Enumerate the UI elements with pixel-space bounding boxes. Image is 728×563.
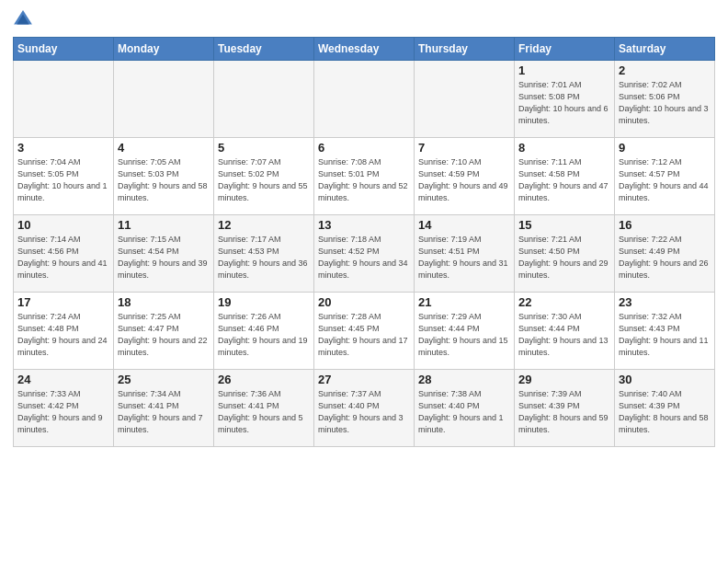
calendar-week-row: 3Sunrise: 7:04 AM Sunset: 5:05 PM Daylig… xyxy=(14,138,715,215)
weekday-row: SundayMondayTuesdayWednesdayThursdayFrid… xyxy=(14,38,715,61)
day-info: Sunrise: 7:07 AM Sunset: 5:02 PM Dayligh… xyxy=(218,156,310,204)
header xyxy=(13,9,715,29)
main-container: SundayMondayTuesdayWednesdayThursdayFrid… xyxy=(0,0,728,454)
day-info: Sunrise: 7:08 AM Sunset: 5:01 PM Dayligh… xyxy=(318,156,410,204)
calendar-cell: 2Sunrise: 7:02 AM Sunset: 5:06 PM Daylig… xyxy=(615,61,715,138)
calendar-cell: 14Sunrise: 7:19 AM Sunset: 4:51 PM Dayli… xyxy=(415,215,515,293)
day-info: Sunrise: 7:33 AM Sunset: 4:42 PM Dayligh… xyxy=(17,388,109,436)
day-info: Sunrise: 7:05 AM Sunset: 5:03 PM Dayligh… xyxy=(118,156,210,204)
day-info: Sunrise: 7:17 AM Sunset: 4:53 PM Dayligh… xyxy=(218,234,310,282)
weekday-header: Saturday xyxy=(615,38,715,61)
calendar-body: 1Sunrise: 7:01 AM Sunset: 5:08 PM Daylig… xyxy=(14,61,715,447)
day-info: Sunrise: 7:39 AM Sunset: 4:39 PM Dayligh… xyxy=(518,388,610,436)
day-info: Sunrise: 7:37 AM Sunset: 4:40 PM Dayligh… xyxy=(318,388,410,436)
calendar-cell: 30Sunrise: 7:40 AM Sunset: 4:39 PM Dayli… xyxy=(615,370,715,447)
calendar-cell: 1Sunrise: 7:01 AM Sunset: 5:08 PM Daylig… xyxy=(515,61,615,138)
day-info: Sunrise: 7:18 AM Sunset: 4:52 PM Dayligh… xyxy=(318,234,410,282)
logo xyxy=(13,9,37,29)
day-info: Sunrise: 7:12 AM Sunset: 4:57 PM Dayligh… xyxy=(619,156,711,204)
day-info: Sunrise: 7:30 AM Sunset: 4:44 PM Dayligh… xyxy=(518,311,610,359)
day-number: 4 xyxy=(118,141,210,155)
day-info: Sunrise: 7:36 AM Sunset: 4:41 PM Dayligh… xyxy=(218,388,310,436)
calendar-cell: 3Sunrise: 7:04 AM Sunset: 5:05 PM Daylig… xyxy=(14,138,114,215)
day-number: 21 xyxy=(418,295,510,309)
day-number: 6 xyxy=(318,141,410,155)
day-info: Sunrise: 7:19 AM Sunset: 4:51 PM Dayligh… xyxy=(418,234,510,282)
calendar-cell: 21Sunrise: 7:29 AM Sunset: 4:44 PM Dayli… xyxy=(415,293,515,370)
calendar-header: SundayMondayTuesdayWednesdayThursdayFrid… xyxy=(14,38,715,61)
day-number: 23 xyxy=(619,295,711,309)
day-number: 5 xyxy=(218,141,310,155)
day-number: 15 xyxy=(518,218,610,232)
calendar-table: SundayMondayTuesdayWednesdayThursdayFrid… xyxy=(13,37,715,447)
day-number: 27 xyxy=(318,373,410,386)
day-info: Sunrise: 7:10 AM Sunset: 4:59 PM Dayligh… xyxy=(418,156,510,204)
day-number: 13 xyxy=(318,218,410,232)
calendar-cell: 16Sunrise: 7:22 AM Sunset: 4:49 PM Dayli… xyxy=(615,215,715,293)
calendar-week-row: 24Sunrise: 7:33 AM Sunset: 4:42 PM Dayli… xyxy=(14,370,715,447)
day-number: 3 xyxy=(17,141,109,155)
day-info: Sunrise: 7:28 AM Sunset: 4:45 PM Dayligh… xyxy=(318,311,410,359)
calendar-cell: 18Sunrise: 7:25 AM Sunset: 4:47 PM Dayli… xyxy=(114,293,214,370)
calendar-cell: 11Sunrise: 7:15 AM Sunset: 4:54 PM Dayli… xyxy=(114,215,214,293)
calendar-cell xyxy=(114,61,214,138)
day-number: 30 xyxy=(619,373,711,386)
weekday-header: Sunday xyxy=(14,38,114,61)
calendar-week-row: 1Sunrise: 7:01 AM Sunset: 5:08 PM Daylig… xyxy=(14,61,715,138)
day-number: 25 xyxy=(118,373,210,386)
day-number: 2 xyxy=(619,63,711,77)
day-info: Sunrise: 7:11 AM Sunset: 4:58 PM Dayligh… xyxy=(518,156,610,204)
calendar-cell xyxy=(314,61,415,138)
calendar-cell: 23Sunrise: 7:32 AM Sunset: 4:43 PM Dayli… xyxy=(615,293,715,370)
day-number: 14 xyxy=(418,218,510,232)
day-number: 22 xyxy=(518,295,610,309)
day-number: 26 xyxy=(218,373,310,386)
day-info: Sunrise: 7:34 AM Sunset: 4:41 PM Dayligh… xyxy=(118,388,210,436)
weekday-header: Thursday xyxy=(415,38,515,61)
calendar-cell: 19Sunrise: 7:26 AM Sunset: 4:46 PM Dayli… xyxy=(214,293,314,370)
day-info: Sunrise: 7:15 AM Sunset: 4:54 PM Dayligh… xyxy=(118,234,210,282)
weekday-header: Tuesday xyxy=(214,38,314,61)
calendar-cell: 10Sunrise: 7:14 AM Sunset: 4:56 PM Dayli… xyxy=(14,215,114,293)
day-info: Sunrise: 7:24 AM Sunset: 4:48 PM Dayligh… xyxy=(17,311,109,359)
day-info: Sunrise: 7:02 AM Sunset: 5:06 PM Dayligh… xyxy=(619,79,711,127)
calendar-cell: 15Sunrise: 7:21 AM Sunset: 4:50 PM Dayli… xyxy=(515,215,615,293)
day-number: 24 xyxy=(17,373,109,386)
calendar-cell: 28Sunrise: 7:38 AM Sunset: 4:40 PM Dayli… xyxy=(415,370,515,447)
day-info: Sunrise: 7:04 AM Sunset: 5:05 PM Dayligh… xyxy=(17,156,109,204)
day-info: Sunrise: 7:40 AM Sunset: 4:39 PM Dayligh… xyxy=(619,388,711,436)
calendar-cell: 4Sunrise: 7:05 AM Sunset: 5:03 PM Daylig… xyxy=(114,138,214,215)
day-info: Sunrise: 7:26 AM Sunset: 4:46 PM Dayligh… xyxy=(218,311,310,359)
day-number: 19 xyxy=(218,295,310,309)
day-number: 29 xyxy=(518,373,610,386)
day-info: Sunrise: 7:29 AM Sunset: 4:44 PM Dayligh… xyxy=(418,311,510,359)
calendar-cell: 29Sunrise: 7:39 AM Sunset: 4:39 PM Dayli… xyxy=(515,370,615,447)
day-number: 17 xyxy=(17,295,109,309)
day-number: 10 xyxy=(17,218,109,232)
calendar-cell: 17Sunrise: 7:24 AM Sunset: 4:48 PM Dayli… xyxy=(14,293,114,370)
weekday-header: Friday xyxy=(515,38,615,61)
calendar-cell xyxy=(415,61,515,138)
calendar-cell: 20Sunrise: 7:28 AM Sunset: 4:45 PM Dayli… xyxy=(314,293,415,370)
logo-icon xyxy=(13,9,33,29)
calendar-week-row: 17Sunrise: 7:24 AM Sunset: 4:48 PM Dayli… xyxy=(14,293,715,370)
calendar-cell: 7Sunrise: 7:10 AM Sunset: 4:59 PM Daylig… xyxy=(415,138,515,215)
day-number: 16 xyxy=(619,218,711,232)
calendar-cell: 27Sunrise: 7:37 AM Sunset: 4:40 PM Dayli… xyxy=(314,370,415,447)
day-number: 1 xyxy=(518,63,610,77)
day-info: Sunrise: 7:14 AM Sunset: 4:56 PM Dayligh… xyxy=(17,234,109,282)
calendar-cell: 9Sunrise: 7:12 AM Sunset: 4:57 PM Daylig… xyxy=(615,138,715,215)
day-number: 12 xyxy=(218,218,310,232)
day-number: 20 xyxy=(318,295,410,309)
calendar-cell xyxy=(14,61,114,138)
day-number: 28 xyxy=(418,373,510,386)
calendar-cell: 26Sunrise: 7:36 AM Sunset: 4:41 PM Dayli… xyxy=(214,370,314,447)
day-info: Sunrise: 7:01 AM Sunset: 5:08 PM Dayligh… xyxy=(518,79,610,127)
day-number: 7 xyxy=(418,141,510,155)
calendar-cell: 8Sunrise: 7:11 AM Sunset: 4:58 PM Daylig… xyxy=(515,138,615,215)
day-number: 18 xyxy=(118,295,210,309)
day-info: Sunrise: 7:22 AM Sunset: 4:49 PM Dayligh… xyxy=(619,234,711,282)
day-info: Sunrise: 7:21 AM Sunset: 4:50 PM Dayligh… xyxy=(518,234,610,282)
day-info: Sunrise: 7:25 AM Sunset: 4:47 PM Dayligh… xyxy=(118,311,210,359)
day-info: Sunrise: 7:32 AM Sunset: 4:43 PM Dayligh… xyxy=(619,311,711,359)
